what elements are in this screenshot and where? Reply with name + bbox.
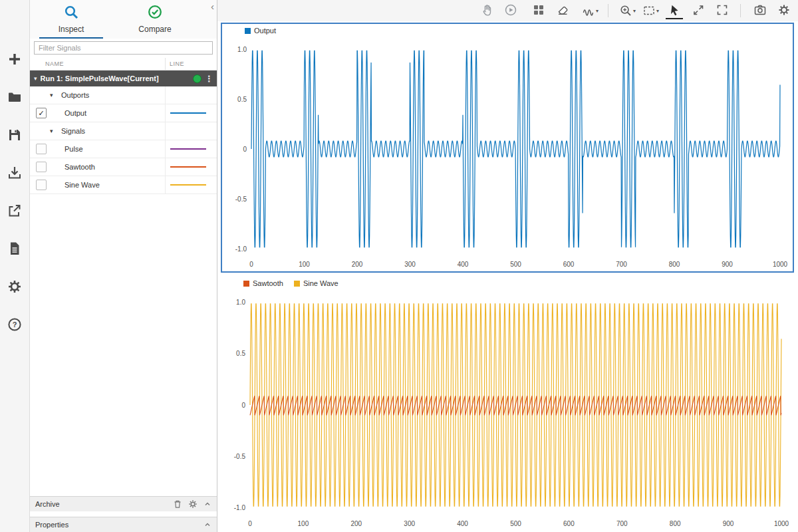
signal-row[interactable]: Sine Wave: [30, 176, 217, 194]
axis-tick-label: 700: [616, 520, 628, 527]
save-button[interactable]: [0, 116, 29, 154]
zoom-in-dropdown[interactable]: ▾: [619, 4, 636, 17]
signal-name: Sawtooth: [65, 163, 165, 171]
axis-tick-label: -0.5: [234, 453, 246, 460]
chevron-down-icon[interactable]: ▾: [50, 92, 58, 98]
archive-bar[interactable]: Archive: [30, 496, 217, 511]
series-output[interactable]: [251, 51, 780, 247]
line-column-cell: [165, 104, 217, 122]
import-icon: [7, 165, 23, 181]
checkbox-cell: [30, 144, 51, 154]
axis-tick-label: -1.0: [234, 504, 246, 511]
signal-row[interactable]: Sawtooth: [30, 158, 217, 176]
signal-group-row[interactable]: ▾Signals: [30, 122, 217, 140]
tab-inspect[interactable]: Inspect: [39, 0, 103, 39]
replay-button[interactable]: [502, 2, 519, 19]
signal-row[interactable]: Pulse: [30, 140, 217, 158]
subplot-1-chart[interactable]: 010020030040050060070080090010001.00.50-…: [222, 37, 791, 271]
save-icon: [7, 127, 23, 143]
add-icon: [7, 51, 23, 67]
snapshot-button[interactable]: [751, 2, 769, 19]
signal-checkbox[interactable]: [36, 144, 47, 154]
help-button[interactable]: ?: [0, 305, 29, 343]
tab-inspect-label: Inspect: [59, 25, 84, 34]
pan-tool-button[interactable]: [478, 2, 495, 19]
axis-tick-label: 500: [510, 261, 521, 268]
axis-tick-label: 900: [722, 261, 733, 268]
cursor-select-button[interactable]: [666, 2, 683, 19]
subplot-2-chart[interactable]: 010020030040050060070080090010001.00.50-…: [221, 290, 792, 531]
signal-checkbox[interactable]: ✓: [36, 108, 47, 118]
axis-tick-label: 300: [404, 261, 416, 268]
axis-tick-label: 100: [299, 261, 310, 268]
legend-item: Output: [245, 27, 276, 35]
pan-hand-icon: [480, 3, 493, 17]
export-button[interactable]: [0, 192, 29, 229]
line-column-cell: [165, 176, 217, 194]
collapse-panel-chevron-icon[interactable]: ‹: [211, 1, 214, 11]
run-menu-dots-icon[interactable]: ⋮: [205, 74, 213, 84]
archive-label: Archive: [35, 500, 167, 508]
tab-compare[interactable]: Compare: [123, 0, 187, 39]
legend-item: Sawtooth: [243, 279, 283, 287]
preferences-button[interactable]: [0, 267, 29, 305]
legend-label: Sine Wave: [303, 279, 338, 287]
signal-group-row[interactable]: ▾Outports: [30, 86, 217, 104]
signal-style-dropdown[interactable]: ▾: [582, 4, 598, 17]
report-button[interactable]: [0, 229, 29, 267]
axis-tick-label: 1000: [774, 520, 789, 527]
column-header-line: LINE: [165, 58, 217, 70]
checkbox-cell: ✓: [30, 108, 51, 118]
legend-key-swatch: [294, 281, 300, 287]
open-button[interactable]: [0, 78, 29, 116]
filter-signals-input[interactable]: [34, 41, 213, 55]
plot-settings-button[interactable]: [775, 2, 793, 19]
chevron-down-icon[interactable]: ▾: [50, 128, 58, 134]
chevron-down-icon[interactable]: ▾: [34, 75, 37, 82]
collapse-properties-chevron-icon[interactable]: [203, 521, 211, 529]
preferences-gear-icon: [7, 279, 23, 295]
trash-icon[interactable]: [173, 499, 182, 509]
axis-tick-label: 600: [563, 520, 575, 527]
checkbox-cell: [30, 180, 51, 190]
axis-tick-label: 1000: [773, 261, 788, 268]
panel-tabs: Inspect Compare: [30, 0, 217, 39]
signal-checkbox[interactable]: [36, 180, 47, 190]
properties-bar[interactable]: Properties: [30, 517, 217, 532]
zoom-region-dropdown[interactable]: ▾: [642, 4, 659, 17]
axis-tick-label: 700: [616, 261, 627, 268]
subplot-1[interactable]: Output 010020030040050060070080090010001…: [221, 23, 794, 273]
zoom-in-icon: [619, 4, 632, 17]
eraser-icon: [556, 3, 569, 17]
archive-settings-gear-icon[interactable]: [188, 499, 198, 509]
replay-icon: [504, 3, 517, 17]
signal-line-sample: [170, 148, 206, 150]
axis-tick-label: 800: [669, 261, 680, 268]
signal-table-header: NAME LINE: [30, 58, 217, 70]
signal-checkbox[interactable]: [36, 162, 47, 172]
plot-area: Output 010020030040050060070080090010001…: [217, 21, 798, 532]
legend-label: Output: [254, 27, 276, 35]
clear-plots-button[interactable]: [554, 2, 571, 19]
collapse-archive-chevron-icon[interactable]: [203, 500, 211, 508]
axis-tick-label: 0: [249, 261, 253, 268]
chevron-down-icon: ▾: [656, 8, 659, 14]
plot-pane: ▾ ▾ ▾: [217, 0, 798, 532]
axis-tick-label: 500: [510, 520, 521, 527]
run-row[interactable]: ▾ Run 1: SimplePulseWave[Current] ⋮: [30, 70, 217, 86]
fit-to-view-button[interactable]: [690, 2, 707, 19]
toolbar-separator: [740, 4, 741, 17]
help-icon: ?: [7, 317, 23, 332]
axis-tick-label: 100: [298, 520, 309, 527]
line-column-cell: [165, 140, 217, 158]
subplot-layout-button[interactable]: [530, 2, 547, 19]
simulation-data-inspector: ? ‹ Inspect Compare NAME LINE: [0, 0, 798, 532]
add-button[interactable]: [0, 40, 29, 78]
import-button[interactable]: [0, 154, 29, 192]
filter-row: [30, 39, 217, 58]
subplot-2[interactable]: SawtoothSine Wave 0100200300400500600700…: [221, 277, 794, 531]
signal-row[interactable]: ✓Output: [30, 104, 217, 122]
line-column-cell: [165, 122, 217, 140]
fullscreen-brackets-icon: [716, 3, 729, 17]
fullscreen-button[interactable]: [714, 2, 731, 19]
